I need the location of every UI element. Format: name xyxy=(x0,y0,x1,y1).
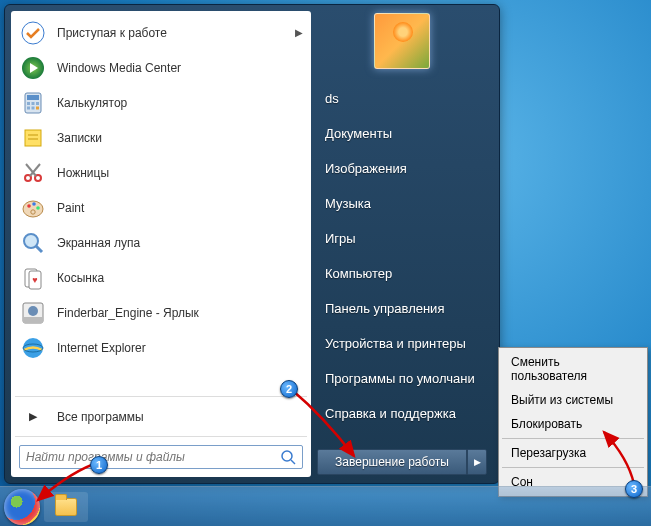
svg-point-22 xyxy=(31,209,35,213)
svg-point-20 xyxy=(32,202,36,206)
svg-text:♥: ♥ xyxy=(32,275,37,285)
program-magnifier[interactable]: Экранная лупа xyxy=(11,225,311,260)
shutdown-label: Завершение работы xyxy=(335,455,449,469)
program-sticky-notes[interactable]: Записки xyxy=(11,120,311,155)
shutdown-options-button[interactable]: ▶ xyxy=(467,449,487,475)
right-item-devices[interactable]: Устройства и принтеры xyxy=(317,326,487,361)
svg-point-23 xyxy=(24,234,38,248)
pm-lock[interactable]: Блокировать xyxy=(501,412,645,436)
all-programs-label: Все программы xyxy=(57,410,303,424)
svg-rect-30 xyxy=(23,317,43,323)
taskbar xyxy=(0,486,651,526)
right-item-default-programs[interactable]: Программы по умолчани xyxy=(317,361,487,396)
paint-icon xyxy=(19,194,47,222)
search-row xyxy=(11,439,311,473)
search-input[interactable] xyxy=(26,450,280,464)
start-menu-left-pane: Приступая к работе ▶ Windows Media Cente… xyxy=(11,11,311,477)
svg-point-21 xyxy=(36,206,40,210)
svg-rect-8 xyxy=(27,106,30,109)
chevron-right-icon: ▶ xyxy=(474,457,481,467)
start-button[interactable] xyxy=(4,489,40,525)
shutdown-row: Завершение работы ▶ xyxy=(317,449,487,475)
svg-point-0 xyxy=(22,22,44,44)
search-icon xyxy=(280,449,296,465)
ie-icon xyxy=(19,334,47,362)
pm-logoff[interactable]: Выйти из системы xyxy=(501,388,645,412)
taskbar-explorer[interactable] xyxy=(44,492,88,522)
annotation-badge-2: 2 xyxy=(280,380,298,398)
right-item-user[interactable]: ds xyxy=(317,81,487,116)
annotation-badge-3: 3 xyxy=(625,480,643,498)
sticky-notes-icon xyxy=(19,124,47,152)
program-solitaire[interactable]: ♥ Косынка xyxy=(11,260,311,295)
start-menu-right-pane: ds Документы Изображения Музыка Игры Ком… xyxy=(311,11,493,477)
pm-restart[interactable]: Перезагрузка xyxy=(501,441,645,465)
all-programs-arrow-icon: ▶ xyxy=(19,403,47,431)
program-label: Internet Explorer xyxy=(57,341,303,355)
annotation-badge-1: 1 xyxy=(90,456,108,474)
svg-rect-10 xyxy=(36,106,39,109)
svg-rect-9 xyxy=(32,106,35,109)
shortcut-icon xyxy=(19,299,47,327)
svg-rect-7 xyxy=(36,102,39,105)
svg-line-34 xyxy=(291,460,295,464)
right-item-computer[interactable]: Компьютер xyxy=(317,256,487,291)
calculator-icon xyxy=(19,89,47,117)
svg-rect-6 xyxy=(32,102,35,105)
solitaire-icon: ♥ xyxy=(19,264,47,292)
svg-line-24 xyxy=(36,246,42,252)
start-menu: Приступая к работе ▶ Windows Media Cente… xyxy=(4,4,500,484)
getting-started-icon xyxy=(19,19,47,47)
program-label: Приступая к работе xyxy=(57,26,295,40)
menu-divider xyxy=(502,438,644,439)
right-item-games[interactable]: Игры xyxy=(317,221,487,256)
program-list: Приступая к работе ▶ Windows Media Cente… xyxy=(11,15,311,394)
program-label: Finderbar_Engine - Ярлык xyxy=(57,306,303,320)
magnifier-icon xyxy=(19,229,47,257)
program-label: Экранная лупа xyxy=(57,236,303,250)
svg-point-29 xyxy=(28,306,38,316)
right-item-help[interactable]: Справка и поддержка xyxy=(317,396,487,431)
submenu-arrow-icon: ▶ xyxy=(295,27,303,38)
right-item-music[interactable]: Музыка xyxy=(317,186,487,221)
program-label: Калькулятор xyxy=(57,96,303,110)
all-programs[interactable]: ▶ Все программы xyxy=(11,399,311,434)
divider xyxy=(15,436,307,437)
program-paint[interactable]: Paint xyxy=(11,190,311,225)
divider xyxy=(15,396,307,397)
program-label: Косынка xyxy=(57,271,303,285)
svg-rect-4 xyxy=(27,95,39,100)
explorer-icon xyxy=(55,498,77,516)
program-label: Ножницы xyxy=(57,166,303,180)
power-options-menu: Сменить пользователя Выйти из системы Бл… xyxy=(498,347,648,497)
media-center-icon xyxy=(19,54,47,82)
program-getting-started[interactable]: Приступая к работе ▶ xyxy=(11,15,311,50)
menu-divider xyxy=(502,467,644,468)
pm-switch-user[interactable]: Сменить пользователя xyxy=(501,350,645,388)
shutdown-button[interactable]: Завершение работы xyxy=(317,449,467,475)
program-finderbar[interactable]: Finderbar_Engine - Ярлык xyxy=(11,295,311,330)
scissors-icon xyxy=(19,159,47,187)
svg-rect-5 xyxy=(27,102,30,105)
program-snipping-tool[interactable]: Ножницы xyxy=(11,155,311,190)
search-box[interactable] xyxy=(19,445,303,469)
right-item-control-panel[interactable]: Панель управления xyxy=(317,291,487,326)
user-avatar[interactable] xyxy=(374,13,430,69)
program-label: Windows Media Center xyxy=(57,61,303,75)
program-label: Paint xyxy=(57,201,303,215)
svg-point-33 xyxy=(282,451,292,461)
svg-rect-11 xyxy=(25,130,41,146)
program-calculator[interactable]: Калькулятор xyxy=(11,85,311,120)
program-internet-explorer[interactable]: Internet Explorer xyxy=(11,330,311,365)
right-item-documents[interactable]: Документы xyxy=(317,116,487,151)
svg-point-19 xyxy=(27,204,31,208)
program-label: Записки xyxy=(57,131,303,145)
program-media-center[interactable]: Windows Media Center xyxy=(11,50,311,85)
user-avatar-wrap xyxy=(317,13,487,69)
right-item-pictures[interactable]: Изображения xyxy=(317,151,487,186)
